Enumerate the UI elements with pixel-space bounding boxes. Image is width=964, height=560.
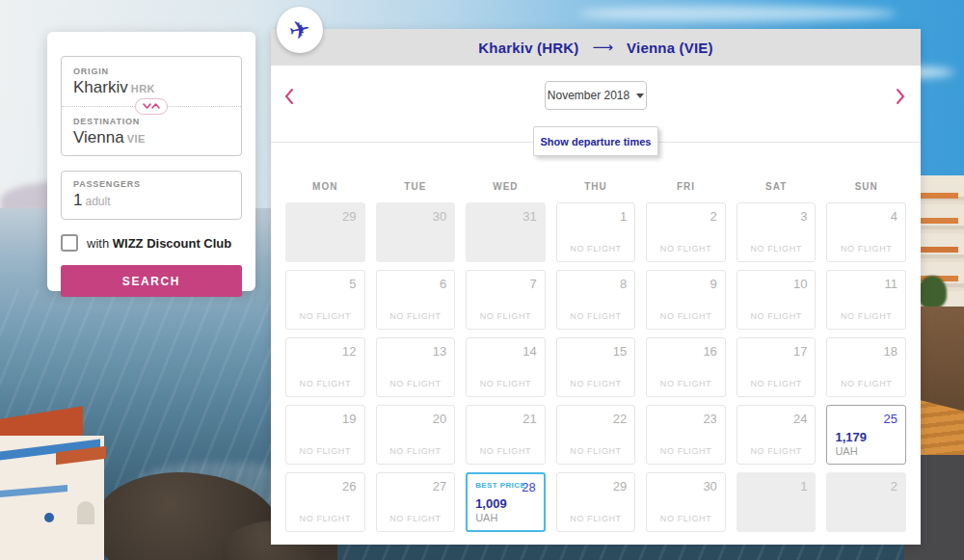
destination-label: DESTINATION <box>73 117 229 126</box>
no-flight-label: NO FLIGHT <box>286 514 364 523</box>
calendar-day-cell-26-noflight[interactable]: 26NO FLIGHT <box>285 472 365 532</box>
no-flight-label: NO FLIGHT <box>467 446 545 456</box>
calendar-day-cell-17-noflight[interactable]: 17NO FLIGHT <box>736 337 817 397</box>
day-number: 31 <box>522 209 536 224</box>
flight-search-form: ORIGIN KharkivHRK DESTINATION ViennaVIE … <box>47 32 255 291</box>
calendar-day-cell-16-noflight[interactable]: 16NO FLIGHT <box>646 337 726 397</box>
day-number: 21 <box>522 412 536 426</box>
day-number: 1 <box>800 479 807 493</box>
calendar-day-cell-2-outside: 2 <box>826 472 906 532</box>
calendar-day-cell-8-noflight[interactable]: 8NO FLIGHT <box>556 270 636 330</box>
discount-club-checkbox[interactable] <box>61 234 78 252</box>
calendar-day-cell-11-noflight[interactable]: 11NO FLIGHT <box>826 270 906 330</box>
day-number: 30 <box>703 479 716 493</box>
calendar-day-cell-6-noflight[interactable]: 6NO FLIGHT <box>376 270 456 330</box>
fare-amount: 1,179 <box>835 430 867 444</box>
no-flight-label: NO FLIGHT <box>647 514 725 523</box>
dow-label-wed: WED <box>466 181 546 192</box>
calendar-day-cell-23-noflight[interactable]: 23NO FLIGHT <box>646 405 726 465</box>
day-number: 16 <box>703 344 716 359</box>
calendar-day-cell-5-noflight[interactable]: 5NO FLIGHT <box>285 270 365 330</box>
calendar-day-cell-12-noflight[interactable]: 12NO FLIGHT <box>285 337 365 397</box>
day-number: 9 <box>710 277 717 291</box>
calendar-day-cell-25-price[interactable]: 251,179UAH <box>826 405 906 465</box>
day-number: 12 <box>342 344 356 359</box>
day-number: 13 <box>433 344 446 359</box>
dow-label-fri: FRI <box>646 181 726 192</box>
calendar-day-cell-29-outside: 29 <box>285 202 365 262</box>
day-number: 1 <box>620 209 627 224</box>
day-number: 7 <box>529 277 536 291</box>
chevron-down-icon <box>636 93 644 98</box>
calendar-day-cell-24-noflight[interactable]: 24NO FLIGHT <box>736 405 817 465</box>
calendar-day-cell-22-noflight[interactable]: 22NO FLIGHT <box>556 405 636 465</box>
no-flight-label: NO FLIGHT <box>647 244 725 253</box>
calendar-day-cell-29-noflight[interactable]: 29NO FLIGHT <box>556 472 636 532</box>
calendar-day-cell-7-noflight[interactable]: 7NO FLIGHT <box>466 270 546 330</box>
page: ORIGIN KharkivHRK DESTINATION ViennaVIE … <box>0 0 964 560</box>
route-header: Kharkiv (HRK) ⟶ Vienna (VIE) <box>271 29 921 66</box>
day-number: 10 <box>793 277 807 291</box>
day-number: 8 <box>620 277 627 291</box>
calendar-day-cell-19-noflight[interactable]: 19NO FLIGHT <box>285 405 365 465</box>
day-number: 30 <box>433 209 446 224</box>
search-button[interactable]: SEARCH <box>61 265 242 297</box>
calendar-day-cell-30-noflight[interactable]: 30NO FLIGHT <box>646 472 726 532</box>
day-number: 26 <box>342 479 356 493</box>
dow-label-sat: SAT <box>736 181 817 192</box>
calendar-day-cell-18-noflight[interactable]: 18NO FLIGHT <box>826 337 906 397</box>
no-flight-label: NO FLIGHT <box>647 446 725 456</box>
calendar-day-cell-31-outside: 31 <box>466 202 546 262</box>
no-flight-label: NO FLIGHT <box>377 311 455 321</box>
calendar-day-cell-13-noflight[interactable]: 13NO FLIGHT <box>376 337 456 397</box>
calendar-day-cell-1-noflight[interactable]: 1NO FLIGHT <box>556 202 636 262</box>
no-flight-label: NO FLIGHT <box>557 446 635 456</box>
calendar-day-cell-14-noflight[interactable]: 14NO FLIGHT <box>466 337 546 397</box>
palm-tree <box>918 276 947 308</box>
no-flight-label: NO FLIGHT <box>557 244 635 253</box>
calendar-day-cell-15-noflight[interactable]: 15NO FLIGHT <box>556 337 636 397</box>
calendar-day-cell-21-noflight[interactable]: 21NO FLIGHT <box>466 405 546 465</box>
no-flight-label: NO FLIGHT <box>827 311 905 321</box>
calendar-day-cell-9-noflight[interactable]: 9NO FLIGHT <box>646 270 726 330</box>
day-number: 24 <box>793 412 807 426</box>
route-destination: Vienna (VIE) <box>627 40 713 56</box>
no-flight-label: NO FLIGHT <box>737 446 816 456</box>
calendar-day-cell-4-noflight[interactable]: 4NO FLIGHT <box>826 202 906 262</box>
day-number: 29 <box>342 209 356 224</box>
airplane-icon: ✈ <box>287 15 313 44</box>
calendar-day-cell-3-noflight[interactable]: 3NO FLIGHT <box>736 202 817 262</box>
month-selector[interactable]: November 2018 <box>545 81 647 110</box>
dow-label-tue: TUE <box>376 181 456 192</box>
calendar-day-cell-10-noflight[interactable]: 10NO FLIGHT <box>736 270 817 330</box>
building-lamp <box>44 513 54 522</box>
discount-club-label: with WIZZ Discount Club <box>87 236 231 251</box>
no-flight-label: NO FLIGHT <box>647 311 725 321</box>
day-number: 17 <box>793 344 807 359</box>
passengers-type: adult <box>85 195 110 208</box>
cliff-buildings-accent <box>920 193 958 199</box>
previous-month-button[interactable] <box>282 87 296 106</box>
calendar-day-cell-20-noflight[interactable]: 20NO FLIGHT <box>376 405 456 465</box>
no-flight-label: NO FLIGHT <box>737 244 816 253</box>
next-month-button[interactable] <box>894 87 907 106</box>
passengers-field[interactable]: PASSENGERS 1adult <box>61 171 242 220</box>
calendar-day-cell-30-outside: 30 <box>376 202 456 262</box>
month-selector-value: November 2018 <box>548 89 629 102</box>
no-flight-label: NO FLIGHT <box>557 379 635 388</box>
swap-direction-button[interactable] <box>135 98 168 115</box>
day-number: 18 <box>884 344 897 359</box>
origin-code: HRK <box>131 83 155 94</box>
cloud <box>578 6 897 21</box>
calendar-day-cell-28-best[interactable]: 28BEST PRICE1,009UAH <box>466 472 546 532</box>
calendar-grid: 2930311NO FLIGHT2NO FLIGHT3NO FLIGHT4NO … <box>285 202 906 532</box>
no-flight-label: NO FLIGHT <box>647 379 725 388</box>
no-flight-label: NO FLIGHT <box>286 311 364 321</box>
no-flight-label: NO FLIGHT <box>377 514 455 523</box>
fare-currency: UAH <box>835 445 867 457</box>
route-arrow-icon: ⟶ <box>593 39 614 56</box>
show-departure-times-button[interactable]: Show departure times <box>533 126 658 156</box>
calendar-day-cell-27-noflight[interactable]: 27NO FLIGHT <box>376 472 456 532</box>
calendar-day-cell-1-outside: 1 <box>736 472 817 532</box>
calendar-day-cell-2-noflight[interactable]: 2NO FLIGHT <box>646 202 726 262</box>
